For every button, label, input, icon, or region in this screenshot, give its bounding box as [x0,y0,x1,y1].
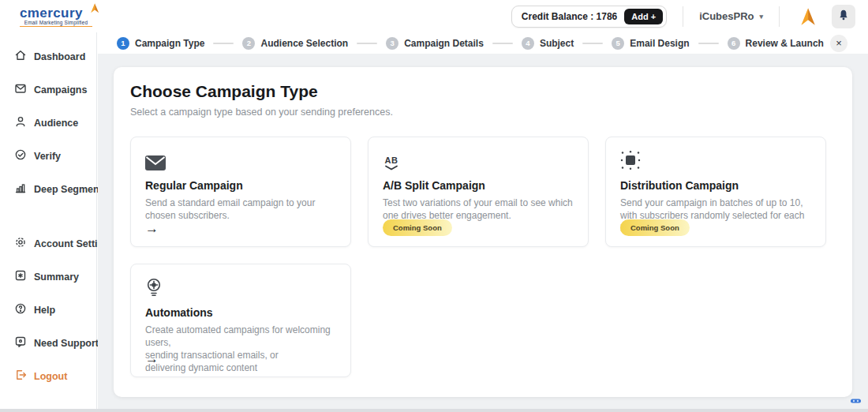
home-icon [14,49,27,64]
step-review-launch[interactable]: 6 Review & Launch [728,37,824,50]
ab-test-icon: AB [383,150,574,170]
arrow-right-icon[interactable]: → [145,221,159,237]
brand-logo-text: cmercury [20,6,99,20]
step-label: Subject [540,38,574,49]
sidebar-item-label: Dashboard [34,51,85,62]
page-subtitle: Select a campaign type based on your sen… [130,107,836,118]
card-automations[interactable]: Automations Create automated campaigns f… [130,264,351,377]
header-controls: Credit Balance : 1786 Add + iCubesPRo ▾ [511,5,855,28]
step-audience-selection[interactable]: 2 Audience Selection [242,37,348,50]
step-label: Campaign Details [404,38,484,49]
card-description: Send a standard email campaign to your c… [145,197,336,223]
distribution-icon [620,150,811,170]
step-label: Review & Launch [746,38,824,49]
step-number: 3 [386,37,398,50]
sidebar-item-label: Audience [34,118,78,129]
close-icon: × [836,38,842,48]
sidebar-item-label: Deep Segments [34,184,108,195]
send-arrow-icon[interactable] [797,6,817,27]
arrow-right-icon[interactable]: → [145,351,159,367]
header-divider [779,6,780,27]
logout-icon [14,369,27,384]
card-title: Automations [145,306,336,319]
credit-balance-text: Credit Balance : 1786 [522,11,617,22]
step-campaign-details[interactable]: 3 Campaign Details [386,37,484,50]
brand-arrow-icon [88,2,100,17]
sidebar-item-deep-segments[interactable]: Deep Segments [14,182,96,197]
step-number: 4 [522,37,534,50]
account-dropdown[interactable]: iCubesPRo ▾ [699,10,763,22]
account-name: iCubesPRo [699,10,754,22]
step-label: Campaign Type [135,38,204,49]
card-title: Distribution Campaign [620,179,811,192]
credit-balance-pill: Credit Balance : 1786 Add + [511,6,667,28]
step-label: Audience Selection [260,38,348,49]
sidebar-item-campaigns[interactable]: Campaigns [14,82,96,97]
step-connector [582,43,603,44]
step-number: 1 [117,37,129,50]
sidebar-item-label: Verify [34,151,61,162]
person-icon [14,115,27,130]
step-number: 6 [728,37,740,50]
check-circle-icon [14,148,27,163]
sidebar-item-label: Campaigns [34,84,87,96]
coming-soon-badge: Coming Soon [383,219,452,236]
page-title: Choose Campaign Type [130,82,836,101]
widget-icon[interactable] [851,393,861,407]
sidebar-item-dashboard[interactable]: Dashboard [14,49,96,64]
sidebar-item-account-settings[interactable]: Account Settings [14,236,96,251]
step-subject[interactable]: 4 Subject [522,37,574,50]
envelope-icon [14,82,27,97]
coming-soon-badge: Coming Soon [620,219,690,236]
step-connector [357,43,377,44]
automation-icon [145,277,336,298]
step-number: 5 [612,37,624,50]
close-wizard-button[interactable]: × [830,35,847,52]
gear-icon [14,236,27,251]
card-distribution-campaign[interactable]: Distribution Campaign Send your campaign… [605,137,826,247]
sidebar-item-label: Need Support? [34,338,105,349]
sidebar-item-help[interactable]: Help [14,302,96,317]
sidebar-item-label: Summary [34,272,79,283]
sidebar-item-label: Logout [34,371,67,382]
step-number: 2 [242,37,255,50]
bar-chart-icon [14,182,27,197]
brand-logo[interactable]: cmercury Email Marketing Simplified [20,6,99,27]
question-circle-icon [14,302,27,317]
card-title: A/B Split Campaign [383,179,574,192]
card-ab-split-campaign[interactable]: AB A/B Split Campaign Test two variation… [368,137,589,247]
campaign-type-cards: Regular Campaign Send a standard email c… [130,137,836,377]
chat-bubble-icon [14,335,27,350]
step-email-design[interactable]: 5 Email Design [612,37,689,50]
envelope-solid-icon [145,150,336,170]
notifications-button[interactable] [832,5,855,28]
bottom-edge-strip [0,409,868,412]
top-header: cmercury Email Marketing Simplified Cred… [0,0,868,32]
sidebar-item-logout[interactable]: Logout [14,369,96,384]
step-campaign-type[interactable]: 1 Campaign Type [117,37,204,50]
chevron-down-icon: ▾ [759,13,763,21]
card-description: Create automated campaigns for welcoming… [145,324,336,375]
step-connector [492,43,513,44]
sidebar-item-audience[interactable]: Audience [14,115,96,130]
card-title: Regular Campaign [145,179,336,192]
step-label: Email Design [630,38,689,49]
step-connector [698,43,719,44]
card-regular-campaign[interactable]: Regular Campaign Send a standard email c… [130,137,351,247]
main-content: Choose Campaign Type Select a campaign t… [98,54,868,412]
campaign-type-panel: Choose Campaign Type Select a campaign t… [114,67,852,397]
bell-icon [837,9,850,24]
header-divider [683,6,683,27]
sidebar-item-need-support[interactable]: Need Support? [14,335,96,350]
report-icon [14,269,27,284]
add-credits-button[interactable]: Add + [624,9,663,24]
step-connector [213,43,234,44]
campaign-stepper: 1 Campaign Type 2 Audience Selection 3 C… [98,32,868,54]
brand-tagline: Email Marketing Simplified [20,20,92,27]
sidebar-item-summary[interactable]: Summary [14,269,96,284]
sidebar-item-label: Help [34,305,55,316]
sidebar-item-verify[interactable]: Verify [14,148,96,163]
sidebar-nav: Dashboard Campaigns Audience Verify Deep… [0,32,97,412]
